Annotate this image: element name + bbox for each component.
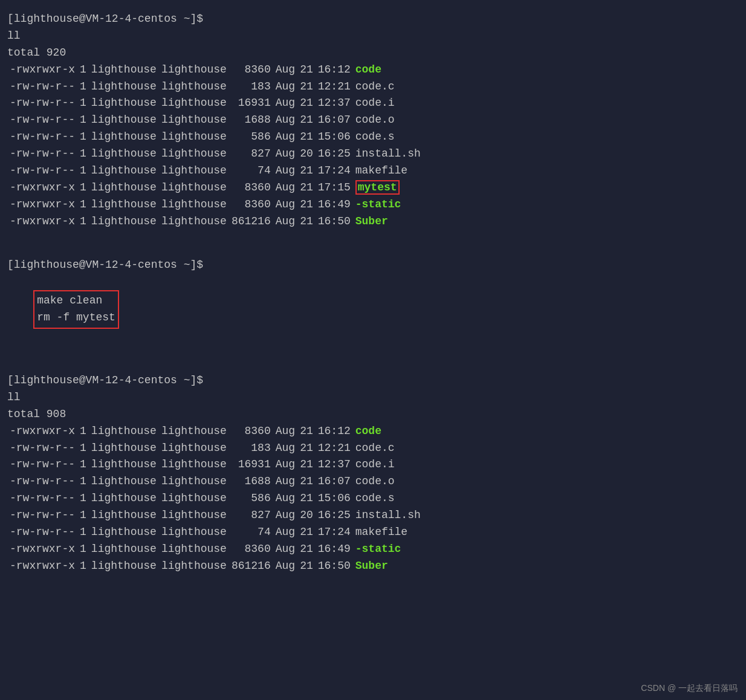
table-row: -rw-rw-r--1lighthouselighthouse827Aug201… [7, 146, 423, 163]
table-row: -rw-rw-r--1lighthouselighthouse1688Aug21… [7, 473, 423, 490]
file-table-3: -rwxrwxr-x1lighthouselighthouse8360Aug21… [7, 423, 423, 575]
block2: [lighthouse@VM-12-4-centos ~]$ make clea… [0, 252, 746, 351]
table-row: -rwxrwxr-x1lighthouselighthouse8360Aug21… [7, 62, 423, 79]
table-row: -rw-rw-r--1lighthouselighthouse16931Aug2… [7, 456, 423, 473]
block1: [lighthouse@VM-12-4-centos ~]$ ll total … [0, 6, 746, 235]
table-row: -rw-rw-r--1lighthouselighthouse586Aug211… [7, 129, 423, 146]
table-row: -rw-rw-r--1lighthouselighthouse183Aug211… [7, 440, 423, 457]
table-row: -rw-rw-r--1lighthouselighthouse16931Aug2… [7, 95, 423, 112]
table-row: -rwxrwxr-x1lighthouselighthouse861216Aug… [7, 213, 423, 230]
prompt-3: [lighthouse@VM-12-4-centos ~]$ [7, 372, 739, 389]
table-row: -rw-rw-r--1lighthouselighthouse827Aug201… [7, 507, 423, 524]
table-row: -rw-rw-r--1lighthouselighthouse586Aug211… [7, 490, 423, 507]
table-row: -rwxrwxr-x1lighthouselighthouse8360Aug21… [7, 423, 423, 440]
ll-command-3: ll [7, 389, 739, 406]
total-3: total 908 [7, 406, 739, 423]
make-clean-highlight: make cleanrm -f mytest [33, 290, 119, 329]
prompt-2: [lighthouse@VM-12-4-centos ~]$ [7, 257, 739, 274]
prompt-1: [lighthouse@VM-12-4-centos ~]$ [7, 11, 739, 28]
table-row: -rwxrwxr-x1lighthouselighthouse8360Aug21… [7, 180, 423, 196]
file-table-1: -rwxrwxr-x1lighthouselighthouse8360Aug21… [7, 62, 423, 230]
table-row: -rw-rw-r--1lighthouselighthouse1688Aug21… [7, 112, 423, 129]
watermark: CSDN @ 一起去看日落吗 [641, 683, 738, 694]
ll-command-1: ll [7, 28, 739, 45]
total-1: total 920 [7, 45, 739, 62]
table-row: -rw-rw-r--1lighthouselighthouse183Aug211… [7, 79, 423, 96]
table-row: -rwxrwxr-x1lighthouselighthouse8360Aug21… [7, 541, 423, 558]
block3: [lighthouse@VM-12-4-centos ~]$ ll total … [0, 368, 746, 580]
table-row: -rwxrwxr-x1lighthouselighthouse8360Aug21… [7, 196, 423, 213]
table-row: -rw-rw-r--1lighthouselighthouse74Aug2117… [7, 524, 423, 541]
make-clean-block: make cleanrm -f mytest [7, 273, 739, 346]
table-row: -rwxrwxr-x1lighthouselighthouse861216Aug… [7, 558, 423, 575]
table-row: -rw-rw-r--1lighthouselighthouse74Aug2117… [7, 163, 423, 180]
